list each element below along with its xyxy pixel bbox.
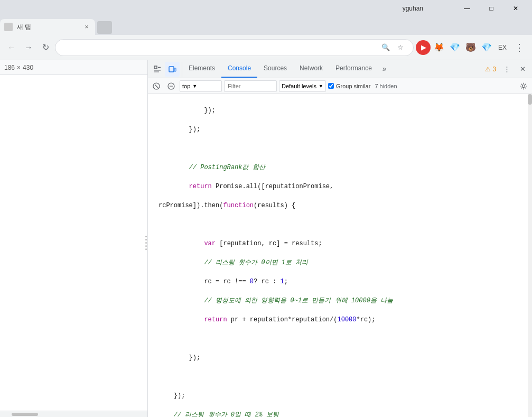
horizontal-scrollbar[interactable] bbox=[0, 411, 147, 417]
scrollbar-track[interactable] bbox=[528, 94, 532, 417]
tab-favicon bbox=[4, 23, 13, 31]
browser-tab[interactable]: 새 탭 × bbox=[0, 19, 95, 35]
tab-elements[interactable]: Elements bbox=[182, 60, 221, 78]
code-line: rc = rc !== 0? rc : 1; bbox=[158, 277, 528, 286]
code-line: }); bbox=[158, 353, 528, 363]
new-tab-placeholder bbox=[97, 21, 112, 34]
code-line: }); bbox=[158, 106, 528, 115]
devtools-panel: Elements Console Sources Network Perform… bbox=[148, 60, 532, 417]
code-line bbox=[158, 372, 528, 382]
console-output[interactable]: }); }); // PostingRank값 합산 return Promis… bbox=[148, 94, 532, 417]
page-area: 186 × 430 bbox=[0, 60, 148, 417]
scrollbar-thumb-h[interactable] bbox=[12, 413, 38, 416]
tab-close-button[interactable]: × bbox=[82, 23, 91, 31]
ext-icon-6[interactable]: EX bbox=[495, 40, 510, 55]
svg-rect-5 bbox=[174, 68, 176, 71]
warn-icon: ⚠ bbox=[485, 66, 491, 73]
svg-line-7 bbox=[155, 85, 158, 88]
devtools-right-icons: ⚠ 3 ⋮ ✕ bbox=[483, 62, 532, 77]
device-toolbar-button[interactable] bbox=[165, 62, 180, 77]
group-similar-checkbox[interactable] bbox=[328, 83, 334, 89]
code-line bbox=[158, 220, 528, 229]
ext-icon-5[interactable]: 💎 bbox=[479, 40, 494, 55]
bookmark-icon[interactable]: ☆ bbox=[394, 41, 407, 54]
titlebar-controls: — □ ✕ bbox=[455, 0, 528, 17]
svg-rect-0 bbox=[154, 66, 157, 69]
warn-count: 3 bbox=[492, 66, 496, 73]
code-line: rcPromise]).then(function(results) { bbox=[158, 201, 528, 210]
console-toolbar: top ▼ Default levels ▼ Group similar 7 h… bbox=[148, 78, 532, 94]
page-height: 430 bbox=[23, 64, 33, 71]
forward-button[interactable]: → bbox=[21, 40, 36, 55]
page-resize-handle[interactable] bbox=[144, 75, 147, 411]
address-icons: 🔍 ☆ bbox=[379, 41, 407, 54]
code-line bbox=[158, 144, 528, 153]
code-block: }); }); // PostingRank값 합산 return Promis… bbox=[148, 94, 532, 417]
toolbar-icons: ▶ 🦊 💎 🐻 💎 EX ⋮ bbox=[416, 39, 528, 56]
devtools-icon-buttons bbox=[148, 62, 182, 77]
search-icon[interactable]: 🔍 bbox=[379, 41, 392, 54]
reload-button[interactable]: ↻ bbox=[38, 40, 53, 55]
code-line: }); bbox=[158, 391, 528, 401]
svg-rect-4 bbox=[169, 67, 174, 72]
levels-select[interactable]: Default levels ▼ bbox=[279, 80, 326, 92]
scrollbar-thumb[interactable] bbox=[528, 94, 532, 105]
devtools-tabs: Elements Console Sources Network Perform… bbox=[182, 60, 391, 78]
code-line: // PostingRank값 합산 bbox=[158, 163, 528, 172]
code-line bbox=[158, 334, 528, 344]
group-similar-text: Group similar bbox=[336, 83, 370, 89]
maximize-button[interactable]: □ bbox=[479, 0, 503, 17]
close-button[interactable]: ✕ bbox=[503, 0, 528, 17]
code-line: // 리스팅 횟수가 0일 때 2% 보팅 bbox=[158, 410, 528, 417]
more-tabs-button[interactable]: » bbox=[378, 60, 391, 78]
tab-title: 새 탭 bbox=[17, 23, 78, 32]
titlebar-username: yguhan bbox=[403, 5, 423, 12]
context-value: top bbox=[182, 83, 190, 89]
resize-dots-icon bbox=[145, 236, 147, 250]
tab-sources[interactable]: Sources bbox=[257, 60, 293, 78]
code-line: return pr + reputation*reputation/(10000… bbox=[158, 315, 528, 325]
tab-bar: 새 탭 × bbox=[0, 17, 532, 35]
code-line: }); bbox=[158, 125, 528, 134]
stop-recording-button[interactable] bbox=[165, 80, 178, 92]
warning-badge[interactable]: ⚠ 3 bbox=[483, 66, 498, 73]
code-line: // 명성도에 의한 영향력을 0~1로 만들기 위해 10000을 나눔 bbox=[158, 296, 528, 305]
titlebar: yguhan — □ ✕ bbox=[0, 0, 532, 17]
levels-chevron-icon: ▼ bbox=[319, 84, 323, 89]
context-chevron-icon: ▼ bbox=[192, 84, 197, 89]
main-content: 186 × 430 bbox=[0, 60, 532, 417]
code-line: var [reputation, rc] = results; bbox=[158, 239, 528, 248]
ext-icon-4[interactable]: 🐻 bbox=[463, 40, 478, 55]
address-input[interactable] bbox=[62, 43, 375, 52]
svg-point-10 bbox=[522, 85, 525, 87]
devtools-close-button[interactable]: ✕ bbox=[515, 62, 530, 77]
menu-button[interactable]: ⋮ bbox=[511, 39, 528, 56]
tab-performance[interactable]: Performance bbox=[329, 60, 378, 78]
back-button[interactable]: ← bbox=[4, 40, 19, 55]
clear-console-button[interactable] bbox=[150, 80, 163, 92]
code-line: return Promise.all([reputationPromise, bbox=[158, 182, 528, 191]
minimize-button[interactable]: — bbox=[455, 0, 479, 17]
console-settings-button[interactable] bbox=[517, 80, 530, 92]
code-line: // 리스팅 횟수가 0이면 1로 처리 bbox=[158, 258, 528, 267]
inspect-element-button[interactable] bbox=[150, 62, 165, 77]
address-bar[interactable]: 🔍 ☆ bbox=[55, 39, 414, 56]
group-similar-label[interactable]: Group similar bbox=[328, 83, 370, 89]
page-content bbox=[0, 75, 147, 411]
page-size-bar: 186 × 430 bbox=[0, 60, 147, 75]
hidden-count: 7 hidden bbox=[375, 83, 397, 89]
page-size-x: × bbox=[17, 64, 21, 71]
devtools-settings-button[interactable]: ⋮ bbox=[499, 62, 514, 77]
ext-icon-2[interactable]: 🦊 bbox=[432, 40, 446, 55]
browser-chrome: ← → ↻ 🔍 ☆ ▶ 🦊 💎 🐻 💎 EX ⋮ bbox=[0, 35, 532, 60]
tab-console[interactable]: Console bbox=[221, 60, 257, 78]
tab-network[interactable]: Network bbox=[293, 60, 329, 78]
ext-icon-3[interactable]: 💎 bbox=[447, 40, 462, 55]
devtools-toolbar: Elements Console Sources Network Perform… bbox=[148, 60, 532, 78]
page-width: 186 bbox=[4, 64, 15, 71]
levels-label: Default levels bbox=[282, 83, 316, 89]
filter-input[interactable] bbox=[224, 80, 277, 92]
context-select[interactable]: top ▼ bbox=[180, 80, 222, 92]
ext-icon-1[interactable]: ▶ bbox=[416, 40, 431, 55]
